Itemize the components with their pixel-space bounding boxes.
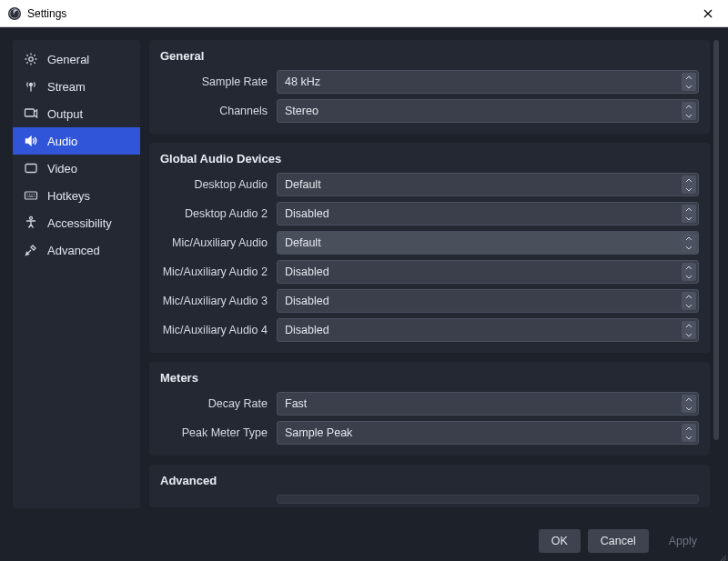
sidebar-item-label: Audio xyxy=(47,135,77,148)
svg-rect-4 xyxy=(25,109,35,116)
stepper-icon xyxy=(682,395,696,413)
select-desktop-audio-2[interactable]: Disabled xyxy=(277,202,699,225)
section-title: General xyxy=(160,49,699,63)
svg-point-2 xyxy=(29,57,33,61)
select-value: Disabled xyxy=(285,324,329,336)
stepper-icon xyxy=(682,175,696,194)
sidebar-item-label: Hotkeys xyxy=(47,189,90,203)
label-mic-aux-2: Mic/Auxiliary Audio 2 xyxy=(160,265,277,278)
select-value: Stereo xyxy=(285,105,318,117)
sidebar: General Stream Output Audio Video Hotkey… xyxy=(13,40,140,508)
section-title: Meters xyxy=(160,371,699,385)
row-channels: Channels Stereo xyxy=(160,99,699,123)
sidebar-item-label: Video xyxy=(47,162,77,175)
resize-grip-icon[interactable] xyxy=(717,550,726,559)
apply-button[interactable]: Apply xyxy=(656,529,710,553)
body: General Stream Output Audio Video Hotkey… xyxy=(0,27,728,521)
window-title: Settings xyxy=(27,7,66,20)
stepper-icon xyxy=(682,234,696,252)
sidebar-item-output[interactable]: Output xyxy=(13,100,140,127)
sidebar-item-hotkeys[interactable]: Hotkeys xyxy=(13,182,140,209)
stepper-icon xyxy=(682,321,696,339)
select-value: Disabled xyxy=(285,265,329,278)
sidebar-item-label: Advanced xyxy=(47,244,100,257)
accessibility-icon xyxy=(24,215,38,230)
tools-icon xyxy=(24,243,38,257)
select-value: Sample Peak xyxy=(285,426,352,439)
label-decay-rate: Decay Rate xyxy=(160,397,277,410)
titlebar: Settings xyxy=(0,0,728,27)
label-channels: Channels xyxy=(160,105,277,117)
select-value: Disabled xyxy=(285,207,329,220)
select-peak-meter-type[interactable]: Sample Peak xyxy=(277,421,699,445)
svg-point-7 xyxy=(30,217,33,220)
section-title: Global Audio Devices xyxy=(160,152,699,165)
svg-point-3 xyxy=(30,84,33,86)
footer: OK Cancel Apply xyxy=(0,521,728,561)
select-value: Disabled xyxy=(285,295,329,307)
stepper-icon xyxy=(682,292,696,310)
sidebar-item-label: General xyxy=(47,53,89,66)
select-mic-aux-4[interactable]: Disabled xyxy=(277,318,699,342)
sidebar-item-label: Accessibility xyxy=(47,216,112,230)
keyboard-icon xyxy=(24,188,38,203)
select-sample-rate[interactable]: 48 kHz xyxy=(277,70,699,94)
main-panel: General Sample Rate 48 kHz Channels Ster… xyxy=(149,40,719,508)
label-desktop-audio-2: Desktop Audio 2 xyxy=(160,207,277,220)
sidebar-item-video[interactable]: Video xyxy=(13,155,140,182)
svg-rect-5 xyxy=(25,165,36,173)
video-icon xyxy=(24,161,38,175)
stepper-icon xyxy=(682,205,696,223)
select-value: Fast xyxy=(285,397,307,410)
section-advanced: Advanced x xyxy=(149,465,710,507)
stepper-icon xyxy=(682,73,696,91)
settings-window: Settings General Stream Output Audio xyxy=(0,0,728,561)
select-mic-aux-2[interactable]: Disabled xyxy=(277,260,699,284)
broadcast-icon xyxy=(24,79,38,94)
close-button[interactable] xyxy=(695,1,721,26)
section-global-audio-devices: Global Audio Devices Desktop Audio Defau… xyxy=(149,143,710,353)
sidebar-item-advanced[interactable]: Advanced xyxy=(13,236,140,264)
output-icon xyxy=(24,106,38,121)
row-sample-rate: Sample Rate 48 kHz xyxy=(160,70,699,94)
audio-icon xyxy=(24,134,38,148)
stepper-icon xyxy=(682,263,696,281)
label-sample-rate: Sample Rate xyxy=(160,75,277,88)
gear-icon xyxy=(24,52,38,66)
select-advanced-cut[interactable] xyxy=(277,495,699,504)
label-desktop-audio: Desktop Audio xyxy=(160,178,277,191)
select-value: Default xyxy=(285,236,321,249)
stepper-icon xyxy=(682,424,696,442)
select-mic-aux[interactable]: Default xyxy=(277,231,699,255)
sidebar-item-label: Stream xyxy=(47,80,86,94)
select-value: Default xyxy=(285,178,321,191)
label-mic-aux-3: Mic/Auxiliary Audio 3 xyxy=(160,295,277,307)
label-mic-aux-4: Mic/Auxiliary Audio 4 xyxy=(160,324,277,336)
label-mic-aux: Mic/Auxiliary Audio xyxy=(160,236,277,249)
select-mic-aux-3[interactable]: Disabled xyxy=(277,289,699,313)
cancel-button[interactable]: Cancel xyxy=(588,529,649,553)
obs-icon xyxy=(7,6,22,21)
label-peak-meter-type: Peak Meter Type xyxy=(160,426,277,439)
sidebar-item-general[interactable]: General xyxy=(13,45,140,73)
sidebar-item-label: Output xyxy=(47,107,83,121)
scrollbar[interactable] xyxy=(713,40,719,440)
scroll-area: General Sample Rate 48 kHz Channels Ster… xyxy=(149,40,719,508)
select-channels[interactable]: Stereo xyxy=(277,99,699,123)
ok-button[interactable]: OK xyxy=(539,529,581,553)
stepper-icon xyxy=(682,102,696,120)
select-desktop-audio[interactable]: Default xyxy=(277,173,699,196)
section-general: General Sample Rate 48 kHz Channels Ster… xyxy=(149,40,710,134)
sidebar-item-audio[interactable]: Audio xyxy=(13,127,140,155)
select-value: 48 kHz xyxy=(285,75,320,88)
section-meters: Meters Decay Rate Fast Peak Meter Type S… xyxy=(149,362,710,456)
svg-rect-6 xyxy=(25,192,37,199)
sidebar-item-stream[interactable]: Stream xyxy=(13,73,140,100)
select-decay-rate[interactable]: Fast xyxy=(277,392,699,416)
section-title: Advanced xyxy=(160,474,699,487)
sidebar-item-accessibility[interactable]: Accessibility xyxy=(13,209,140,236)
